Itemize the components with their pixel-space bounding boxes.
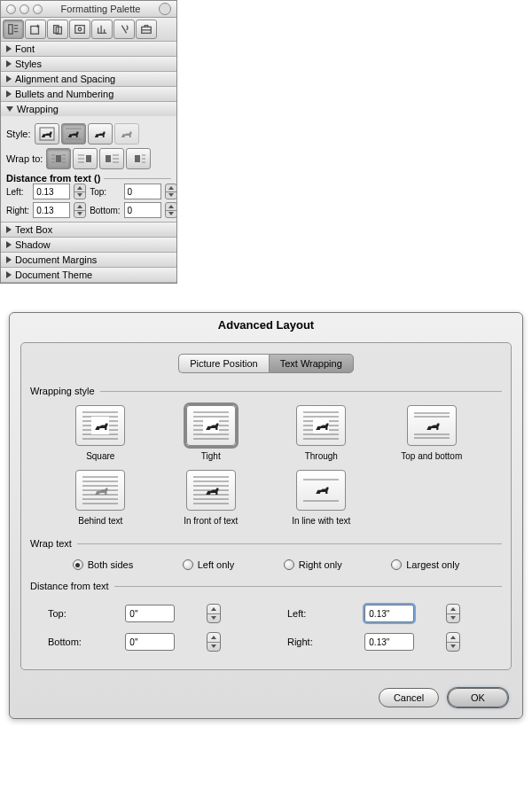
wrapto-left-icon[interactable] bbox=[73, 148, 98, 169]
dlg-top-label: Top: bbox=[48, 608, 94, 619]
wrapping-style-grid: Square Tight Through Top and bottom Behi… bbox=[30, 402, 502, 533]
toolbar-briefcase-icon[interactable] bbox=[136, 20, 157, 39]
wrapto-label: Wrap to: bbox=[6, 153, 43, 164]
svg-point-12 bbox=[78, 27, 82, 31]
wraptext-label: Wrap text bbox=[30, 538, 72, 549]
wrapping-style-label: Wrapping style bbox=[30, 386, 95, 396]
disclosure-right-icon bbox=[6, 90, 12, 98]
wrap-tight-button[interactable] bbox=[186, 405, 236, 446]
dlg-top-stepper[interactable] bbox=[207, 604, 221, 623]
disclosure-right-icon bbox=[6, 60, 12, 67]
distance-label: Distance from text bbox=[30, 581, 109, 591]
dlg-bottom-stepper[interactable] bbox=[207, 632, 221, 652]
dist-bottom-stepper[interactable] bbox=[165, 202, 177, 218]
dlg-left-stepper[interactable] bbox=[446, 604, 460, 623]
tab-picture-position[interactable]: Picture Position bbox=[178, 354, 268, 373]
wrap-style-none-icon[interactable] bbox=[114, 123, 139, 145]
dist-right-label: Right: bbox=[6, 206, 29, 215]
wrap-behind-button[interactable] bbox=[75, 470, 125, 511]
section-bullets[interactable]: Bullets and Numbering bbox=[1, 87, 176, 101]
palette-collapse-button[interactable] bbox=[159, 3, 171, 15]
wrap-front-label: In front of text bbox=[184, 516, 238, 526]
dist-bottom-label: Bottom: bbox=[90, 206, 120, 215]
svg-rect-17 bbox=[56, 155, 61, 162]
section-font[interactable]: Font bbox=[1, 42, 176, 56]
dlg-right-label: Right: bbox=[287, 637, 333, 647]
dist-left-stepper[interactable] bbox=[74, 184, 86, 199]
ok-button[interactable]: OK bbox=[448, 688, 508, 707]
radio-right-only[interactable]: Right only bbox=[284, 559, 342, 570]
disclosure-down-icon bbox=[6, 106, 13, 112]
zoom-window-button[interactable] bbox=[33, 4, 43, 14]
radio-left-only[interactable]: Left only bbox=[183, 559, 235, 570]
disclosure-right-icon bbox=[6, 45, 12, 52]
radio-icon bbox=[284, 559, 294, 570]
wrapto-largest-icon[interactable] bbox=[126, 148, 151, 169]
palette-title: Formatting Palette bbox=[46, 4, 155, 14]
svg-rect-28 bbox=[106, 155, 111, 162]
tab-text-wrapping[interactable]: Text Wrapping bbox=[269, 354, 354, 373]
dist-left-input[interactable] bbox=[33, 184, 70, 199]
dlg-bottom-input[interactable] bbox=[125, 633, 175, 651]
wrap-inline-button[interactable] bbox=[296, 470, 346, 511]
toolbar-formatting-icon[interactable] bbox=[3, 20, 24, 39]
toolbar-tools-icon[interactable] bbox=[113, 20, 135, 39]
wrap-topbottom-button[interactable] bbox=[407, 405, 457, 446]
wrap-style-through-icon[interactable] bbox=[88, 123, 113, 145]
wraptext-radios: Both sides Left only Right only Largest … bbox=[30, 554, 502, 575]
wrap-through-button[interactable] bbox=[296, 405, 346, 446]
dlg-left-input[interactable] bbox=[364, 605, 414, 622]
wrap-square-label: Square bbox=[86, 451, 114, 461]
wrapping-body: Style: Wrap to: Distance from text () bbox=[1, 116, 176, 222]
dist-right-input[interactable] bbox=[33, 202, 70, 218]
dist-top-stepper[interactable] bbox=[165, 184, 177, 199]
section-styles[interactable]: Styles bbox=[1, 57, 176, 71]
dist-bottom-input[interactable] bbox=[124, 202, 161, 218]
dlg-right-stepper[interactable] bbox=[446, 632, 460, 652]
disclosure-right-icon bbox=[6, 241, 12, 248]
toolbar-chart-icon[interactable] bbox=[91, 20, 113, 39]
dlg-right-input[interactable] bbox=[364, 633, 414, 651]
svg-rect-7 bbox=[9, 25, 12, 35]
palette-titlebar[interactable]: Formatting Palette bbox=[1, 1, 176, 18]
minimize-window-button[interactable] bbox=[20, 4, 29, 14]
section-theme[interactable]: Document Theme bbox=[1, 268, 176, 282]
disclosure-right-icon bbox=[6, 271, 12, 278]
toolbar-clipboard-icon[interactable] bbox=[47, 20, 68, 39]
dist-top-input[interactable] bbox=[124, 184, 161, 199]
palette-toolbar bbox=[1, 18, 176, 42]
svg-rect-32 bbox=[135, 155, 140, 162]
close-window-button[interactable] bbox=[6, 4, 16, 14]
distance-header: Distance from text () bbox=[6, 173, 100, 184]
dlg-bottom-label: Bottom: bbox=[48, 637, 94, 647]
section-textbox[interactable]: Text Box bbox=[1, 223, 176, 237]
dlg-left-label: Left: bbox=[287, 608, 333, 619]
wrapto-right-icon[interactable] bbox=[99, 148, 124, 169]
svg-rect-11 bbox=[75, 26, 85, 34]
disclosure-right-icon bbox=[6, 226, 12, 233]
wrap-style-tight-icon[interactable] bbox=[61, 123, 86, 145]
cancel-button[interactable]: Cancel bbox=[379, 688, 439, 707]
dist-right-stepper[interactable] bbox=[74, 202, 86, 218]
toolbar-media-icon[interactable] bbox=[69, 20, 90, 39]
wrap-inline-label: In line with text bbox=[292, 516, 350, 526]
traffic-lights bbox=[6, 4, 43, 14]
section-shadow[interactable]: Shadow bbox=[1, 238, 176, 252]
radio-both-sides[interactable]: Both sides bbox=[73, 559, 133, 570]
radio-largest-only[interactable]: Largest only bbox=[391, 559, 459, 570]
wrapto-both-icon[interactable] bbox=[46, 148, 71, 169]
wrap-front-button[interactable] bbox=[186, 470, 236, 511]
distance-grid: Top: Left: Bottom: Right: bbox=[30, 597, 502, 659]
disclosure-right-icon bbox=[6, 256, 12, 263]
toolbar-add-object-icon[interactable] bbox=[25, 20, 46, 39]
svg-rect-24 bbox=[86, 155, 91, 162]
radio-icon bbox=[73, 559, 83, 570]
wrap-square-button[interactable] bbox=[75, 405, 125, 446]
section-alignment[interactable]: Alignment and Spacing bbox=[1, 72, 176, 86]
wrap-style-square-icon[interactable] bbox=[35, 123, 59, 145]
section-wrapping[interactable]: Wrapping bbox=[1, 102, 176, 116]
dlg-top-input[interactable] bbox=[125, 605, 175, 622]
section-margins[interactable]: Document Margins bbox=[1, 253, 176, 267]
dialog-tabs: Picture Position Text Wrapping bbox=[30, 354, 502, 373]
wrap-behind-label: Behind text bbox=[78, 516, 122, 526]
